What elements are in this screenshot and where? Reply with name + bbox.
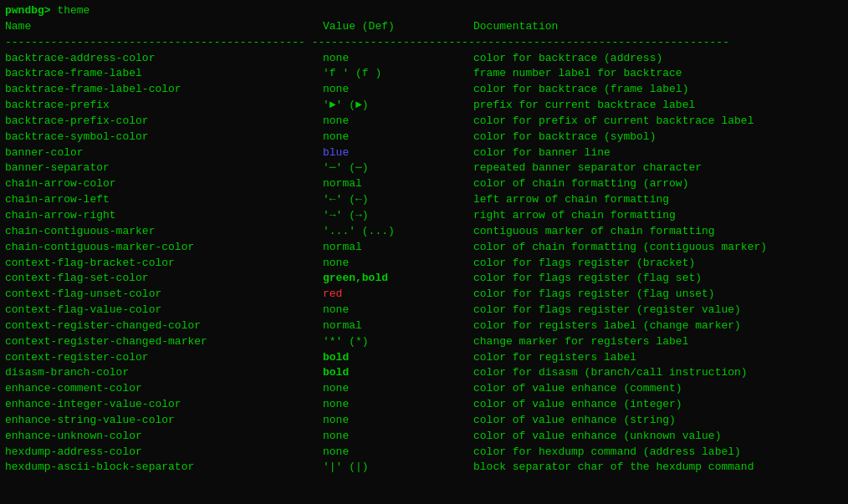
row-name: banner-color <box>5 145 323 161</box>
row-value: blue <box>323 145 473 161</box>
row-doc: left arrow of chain formatting <box>473 192 843 208</box>
row-doc: color for backtrace (address) <box>473 51 843 67</box>
divider: ----------------------------------------… <box>5 35 843 51</box>
row-value: bold <box>323 365 473 381</box>
row-value: none <box>323 256 473 272</box>
row-name: context-register-color <box>5 350 323 366</box>
row-value: none <box>323 303 473 318</box>
row-doc: color for registers label (change marker… <box>473 318 843 334</box>
table-row: enhance-string-value-colornonecolor of v… <box>5 413 843 429</box>
row-value: '←' (←) <box>323 192 473 208</box>
row-value: none <box>323 130 473 145</box>
table-row: banner-colorbluecolor for banner line <box>5 145 843 161</box>
row-doc: right arrow of chain formatting <box>473 208 843 224</box>
row-name: chain-arrow-right <box>5 208 323 224</box>
row-doc: color for flags register (register value… <box>473 303 843 318</box>
row-doc: color of value enhance (integer) <box>473 397 843 413</box>
table-row: enhance-integer-value-colornonecolor of … <box>5 397 843 413</box>
row-value: none <box>323 82 473 98</box>
table-row: context-flag-bracket-colornonecolor for … <box>5 256 843 272</box>
row-value: none <box>323 381 473 397</box>
row-value: '*' (*) <box>323 334 473 350</box>
row-doc: color for disasm (branch/call instructio… <box>473 365 843 381</box>
row-value: '─' (─) <box>323 160 473 176</box>
table-row: hexdump-address-colornonecolor for hexdu… <box>5 445 843 461</box>
table-body: backtrace-address-colornonecolor for bac… <box>5 51 843 476</box>
row-value: none <box>323 413 473 429</box>
row-value: none <box>323 114 473 130</box>
prompt-name: pwndbg> <box>5 4 51 17</box>
table-row: chain-arrow-colornormalcolor of chain fo… <box>5 176 843 192</box>
prompt-line: pwndbg> theme <box>5 3 843 19</box>
row-doc: repeated banner separator character <box>473 160 843 176</box>
table-row: chain-arrow-left'←' (←)left arrow of cha… <box>5 192 843 208</box>
row-value: none <box>323 445 473 461</box>
row-name: disasm-branch-color <box>5 365 323 381</box>
table-row: context-register-colorboldcolor for regi… <box>5 350 843 366</box>
row-doc: color of value enhance (comment) <box>473 381 843 397</box>
row-name: banner-separator <box>5 160 323 176</box>
row-doc: color for registers label <box>473 350 843 366</box>
table-row: context-flag-value-colornonecolor for fl… <box>5 303 843 318</box>
table-row: backtrace-prefix-colornonecolor for pref… <box>5 114 843 130</box>
row-name: hexdump-ascii-block-separator <box>5 460 323 476</box>
row-doc: color for backtrace (frame label) <box>473 82 843 98</box>
table-row: enhance-unknown-colornonecolor of value … <box>5 429 843 445</box>
row-name: backtrace-address-color <box>5 51 323 67</box>
row-doc: color of value enhance (string) <box>473 413 843 429</box>
table-row: chain-arrow-right'→' (→)right arrow of c… <box>5 208 843 224</box>
row-name: context-register-changed-marker <box>5 334 323 350</box>
table-row: context-register-changed-marker'*' (*)ch… <box>5 334 843 350</box>
row-name: enhance-string-value-color <box>5 413 323 429</box>
row-value: '→' (→) <box>323 208 473 224</box>
row-doc: block separator char of the hexdump comm… <box>473 460 843 476</box>
table-row: backtrace-address-colornonecolor for bac… <box>5 51 843 67</box>
table-row: context-register-changed-colornormalcolo… <box>5 318 843 334</box>
row-name: hexdump-address-color <box>5 445 323 461</box>
row-name: enhance-integer-value-color <box>5 397 323 413</box>
row-value: bold <box>323 350 473 366</box>
row-value: '►' (►) <box>323 98 473 114</box>
table-row: enhance-comment-colornonecolor of value … <box>5 381 843 397</box>
row-doc: contiguous marker of chain formatting <box>473 224 843 240</box>
row-doc: color of chain formatting (contiguous ma… <box>473 240 843 256</box>
row-name: context-register-changed-color <box>5 318 323 334</box>
row-name: enhance-comment-color <box>5 381 323 397</box>
table-row: backtrace-prefix'►' (►)prefix for curren… <box>5 98 843 114</box>
row-name: chain-contiguous-marker <box>5 224 323 240</box>
row-name: chain-arrow-color <box>5 176 323 192</box>
row-value: none <box>323 429 473 445</box>
row-doc: color for hexdump command (address label… <box>473 445 843 461</box>
table-row: banner-separator'─' (─)repeated banner s… <box>5 160 843 176</box>
row-value: normal <box>323 240 473 256</box>
row-doc: color for flags register (flag set) <box>473 271 843 287</box>
row-name: context-flag-unset-color <box>5 287 323 303</box>
table-row: context-flag-set-colorgreen,boldcolor fo… <box>5 271 843 287</box>
table-row: chain-contiguous-marker-colornormalcolor… <box>5 240 843 256</box>
row-name: backtrace-prefix-color <box>5 114 323 130</box>
row-name: backtrace-prefix <box>5 98 323 114</box>
row-name: backtrace-frame-label-color <box>5 82 323 98</box>
row-doc: color for banner line <box>473 145 843 161</box>
table-row: hexdump-ascii-block-separator'|' (|)bloc… <box>5 460 843 476</box>
table-header: Name Value (Def) Documentation <box>5 19 843 35</box>
table-row: disasm-branch-colorboldcolor for disasm … <box>5 365 843 381</box>
row-doc: color of value enhance (unknown value) <box>473 429 843 445</box>
row-doc: color of chain formatting (arrow) <box>473 176 843 192</box>
table-row: chain-contiguous-marker'...' (...)contig… <box>5 224 843 240</box>
row-name: backtrace-frame-label <box>5 66 323 82</box>
header-value: Value (Def) <box>323 19 473 35</box>
row-value: '...' (...) <box>323 224 473 240</box>
row-name: context-flag-value-color <box>5 303 323 318</box>
row-value: '|' (|) <box>323 460 473 476</box>
row-doc: color for flags register (flag unset) <box>473 287 843 303</box>
row-value: red <box>323 287 473 303</box>
row-value: normal <box>323 318 473 334</box>
row-value: green,bold <box>323 271 473 287</box>
row-value: normal <box>323 176 473 192</box>
table-row: backtrace-symbol-colornonecolor for back… <box>5 130 843 145</box>
row-name: chain-contiguous-marker-color <box>5 240 323 256</box>
row-name: context-flag-set-color <box>5 271 323 287</box>
row-name: context-flag-bracket-color <box>5 256 323 272</box>
row-value: 'f ' (f ) <box>323 66 473 82</box>
